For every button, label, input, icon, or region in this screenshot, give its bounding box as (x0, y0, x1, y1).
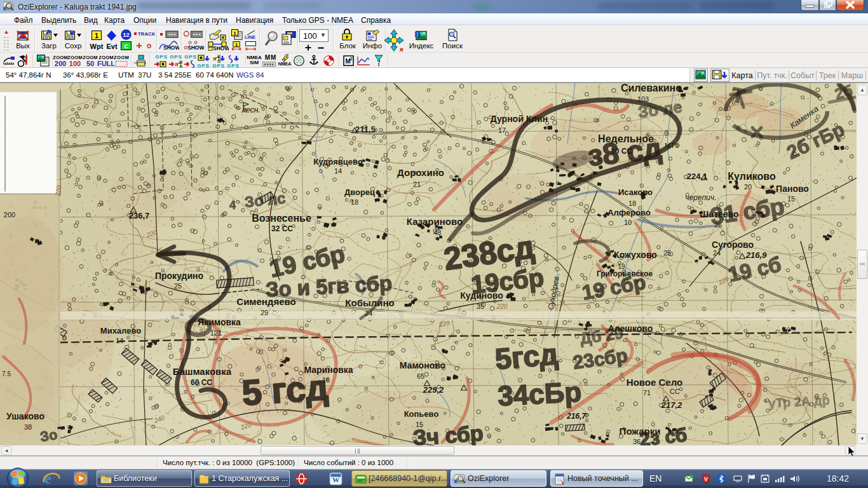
svg-text:2: 2 (350, 57, 353, 61)
svg-text:GPS: GPS (227, 63, 239, 68)
svg-text:SHOW: SHOW (163, 44, 179, 51)
svg-text:12: 12 (123, 31, 130, 38)
svg-text:ZOOM: ZOOM (114, 55, 129, 60)
svg-text:50: 50 (86, 60, 94, 67)
svg-text:V: V (704, 476, 708, 482)
svg-text:GPS: GPS (184, 54, 196, 60)
svg-text:e: e (44, 470, 51, 487)
svg-text:TRACK: TRACK (138, 31, 156, 36)
svg-text:SHOW: SHOW (187, 44, 204, 51)
svg-text:1: 1 (235, 42, 238, 48)
svg-text:1: 1 (233, 30, 236, 36)
svg-text:100: 100 (69, 60, 81, 67)
svg-text:W: W (332, 476, 339, 484)
svg-text:И: И (414, 30, 421, 39)
svg-text:GPS: GPS (155, 54, 167, 60)
svg-text:LINE: LINE (245, 34, 255, 39)
svg-text:GPS: GPS (197, 63, 209, 68)
svg-text:SHOW: SHOW (213, 45, 229, 51)
svg-text:C: C (124, 43, 128, 50)
svg-text:GPS: GPS (212, 63, 224, 68)
svg-text:200: 200 (55, 60, 66, 67)
svg-text:1: 1 (95, 32, 98, 39)
svg-text:FULL: FULL (97, 60, 115, 67)
svg-text:GPS: GPS (170, 54, 182, 60)
